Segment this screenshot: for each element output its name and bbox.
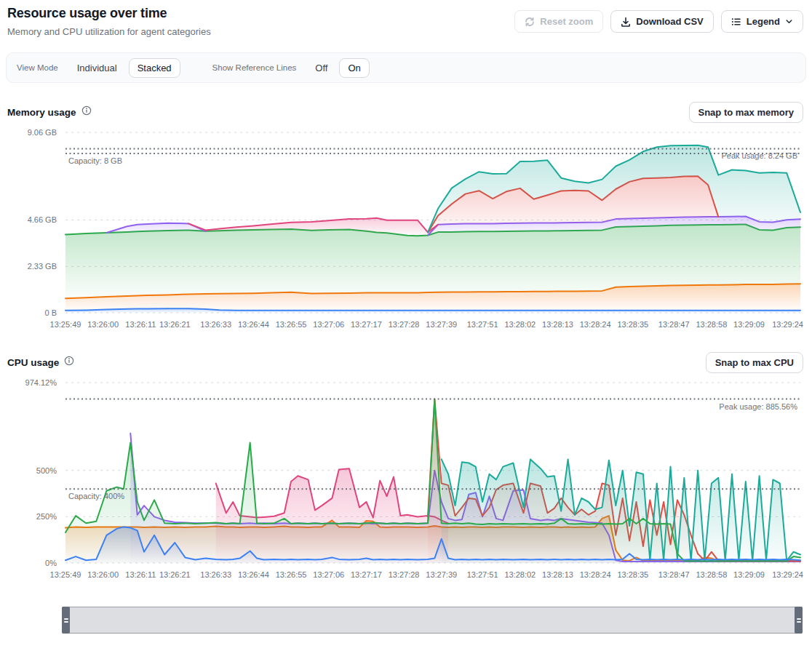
reference-lines-label: Show Reference Lines xyxy=(212,63,297,72)
reference-lines-off[interactable]: Off xyxy=(306,58,336,78)
x-axis-tick-label: 13:28:47 xyxy=(658,570,690,579)
x-axis-tick-label: 13:27:06 xyxy=(313,320,344,329)
x-axis-tick-label: 13:27:28 xyxy=(389,570,420,579)
legend-label: Legend xyxy=(747,16,780,27)
y-axis-tick-label: 4.66 GB xyxy=(28,215,57,224)
x-axis-tick-label: 13:28:35 xyxy=(617,570,648,579)
page-header: Resource usage over time Memory and CPU … xyxy=(0,0,812,37)
x-axis-tick-label: 13:28:02 xyxy=(504,320,536,329)
x-axis-tick-label: 13:27:17 xyxy=(351,320,382,329)
chevron-down-icon xyxy=(785,17,793,25)
page-subtitle: Memory and CPU utilization for agent cat… xyxy=(7,26,211,37)
list-icon xyxy=(731,17,741,27)
x-axis-tick-label: 13:27:17 xyxy=(351,570,382,579)
info-icon[interactable] xyxy=(64,356,74,369)
y-axis-tick-label: 0% xyxy=(45,559,57,567)
dashboard-page: Resource usage over time Memory and CPU … xyxy=(0,0,812,634)
x-axis-tick-label: 13:29:09 xyxy=(733,320,765,329)
x-axis-tick-label: 13:26:11 xyxy=(125,570,156,579)
reference-line-label: Peak usage: 885.56% xyxy=(719,402,797,411)
x-axis-tick-label: 13:28:47 xyxy=(658,320,690,329)
x-axis-tick-label: 13:28:13 xyxy=(542,320,573,329)
y-axis-tick-label: 0 B xyxy=(44,308,57,317)
brush-right-handle[interactable] xyxy=(795,607,803,634)
x-axis-tick-label: 13:27:28 xyxy=(389,320,420,329)
x-axis-tick-label: 13:25:49 xyxy=(50,320,81,329)
reset-zoom-label: Reset zoom xyxy=(540,16,593,27)
y-axis-tick-label: 500% xyxy=(36,466,57,475)
x-axis-tick-label: 13:28:13 xyxy=(542,570,573,579)
page-title: Resource usage over time xyxy=(7,6,211,21)
memory-title-wrap: Memory usage xyxy=(7,105,92,119)
x-axis-tick-label: 13:25:49 xyxy=(50,570,81,579)
x-axis-tick-label: 13:28:35 xyxy=(617,320,648,329)
view-mode-individual[interactable]: Individual xyxy=(68,58,126,78)
y-axis-tick-label: 2.33 GB xyxy=(28,262,57,271)
x-axis-tick-label: 13:26:33 xyxy=(200,320,231,329)
x-axis-tick-label: 13:27:51 xyxy=(467,570,498,579)
download-csv-button[interactable]: Download CSV xyxy=(610,10,713,33)
view-mode-label: View Mode xyxy=(17,63,58,72)
x-axis-tick-label: 13:27:06 xyxy=(313,570,344,579)
cpu-chart[interactable]: 974.12%500%250%0%13:25:4913:26:0013:26:1… xyxy=(0,377,812,583)
x-axis-tick-label: 13:29:24 xyxy=(772,320,803,329)
brush-left-handle[interactable] xyxy=(62,607,70,634)
x-axis-tick-label: 13:26:55 xyxy=(276,570,307,579)
grip-line xyxy=(797,618,801,620)
reference-line-label: Capacity: 8 GB xyxy=(68,156,122,165)
snap-max-cpu-button[interactable]: Snap to max CPU xyxy=(706,352,803,373)
view-mode-toggle: Individual Stacked xyxy=(68,58,180,78)
reset-zoom-button[interactable]: Reset zoom xyxy=(514,10,603,33)
x-axis-tick-label: 13:29:24 xyxy=(772,570,803,579)
reference-line-label: Capacity: 400% xyxy=(68,492,124,500)
x-axis-tick-label: 13:26:33 xyxy=(200,570,231,579)
y-axis-tick-label: 9.06 GB xyxy=(28,128,57,137)
refresh-icon xyxy=(525,17,535,27)
grip-line xyxy=(64,618,68,620)
x-axis-tick-label: 13:27:39 xyxy=(426,320,457,329)
snap-max-memory-button[interactable]: Snap to max memory xyxy=(689,102,804,123)
x-axis-tick-label: 13:28:24 xyxy=(580,570,611,579)
reference-lines-on[interactable]: On xyxy=(339,58,369,78)
reference-line-label: Peak usage: 8.24 GB xyxy=(721,151,797,160)
y-axis-tick-label: 974.12% xyxy=(25,378,57,387)
x-axis-tick-label: 13:26:21 xyxy=(159,570,191,579)
x-axis-tick-label: 13:26:44 xyxy=(238,570,269,579)
x-axis-tick-label: 13:27:39 xyxy=(426,570,457,579)
x-axis-tick-label: 13:28:58 xyxy=(696,570,727,579)
time-brush[interactable] xyxy=(62,607,803,634)
x-axis-tick-label: 13:26:00 xyxy=(87,570,119,579)
x-axis-tick-label: 13:29:09 xyxy=(733,570,765,579)
chart-controls-bar: View Mode Individual Stacked Show Refere… xyxy=(6,52,806,83)
grip-line xyxy=(64,621,68,623)
x-axis-tick-label: 13:26:00 xyxy=(87,320,119,329)
x-axis-tick-label: 13:27:51 xyxy=(467,320,498,329)
x-axis-tick-label: 13:26:21 xyxy=(159,320,191,329)
cpu-chart-title: CPU usage xyxy=(7,357,59,368)
memory-chart-header: Memory usage Snap to max memory xyxy=(0,100,812,124)
info-icon[interactable] xyxy=(81,105,92,119)
download-icon xyxy=(621,17,631,27)
header-buttons: Reset zoom Download CSV Legend xyxy=(514,10,803,33)
memory-chart-title: Memory usage xyxy=(7,107,76,118)
y-axis-tick-label: 250% xyxy=(36,512,57,521)
reference-lines-toggle: Off On xyxy=(306,58,369,78)
x-axis-tick-label: 13:26:55 xyxy=(276,320,307,329)
view-mode-stacked[interactable]: Stacked xyxy=(129,58,180,78)
x-axis-tick-label: 13:28:02 xyxy=(504,570,536,579)
cpu-title-wrap: CPU usage xyxy=(7,356,74,369)
download-csv-label: Download CSV xyxy=(636,16,703,27)
x-axis-tick-label: 13:26:44 xyxy=(238,320,269,329)
cpu-chart-header: CPU usage Snap to max CPU xyxy=(0,351,812,374)
x-axis-tick-label: 13:28:58 xyxy=(696,320,727,329)
x-axis-tick-label: 13:28:24 xyxy=(580,320,611,329)
grip-line xyxy=(797,621,801,623)
cpu-section: CPU usage Snap to max CPU 974.12%500%250… xyxy=(0,351,812,583)
x-axis-tick-label: 13:26:11 xyxy=(125,320,156,329)
memory-chart[interactable]: 9.06 GB4.66 GB2.33 GB0 B13:25:4913:26:00… xyxy=(0,127,812,333)
memory-section: Memory usage Snap to max memory 9.06 GB4… xyxy=(0,100,812,333)
legend-button[interactable]: Legend xyxy=(721,10,803,33)
header-titles: Resource usage over time Memory and CPU … xyxy=(7,6,211,37)
